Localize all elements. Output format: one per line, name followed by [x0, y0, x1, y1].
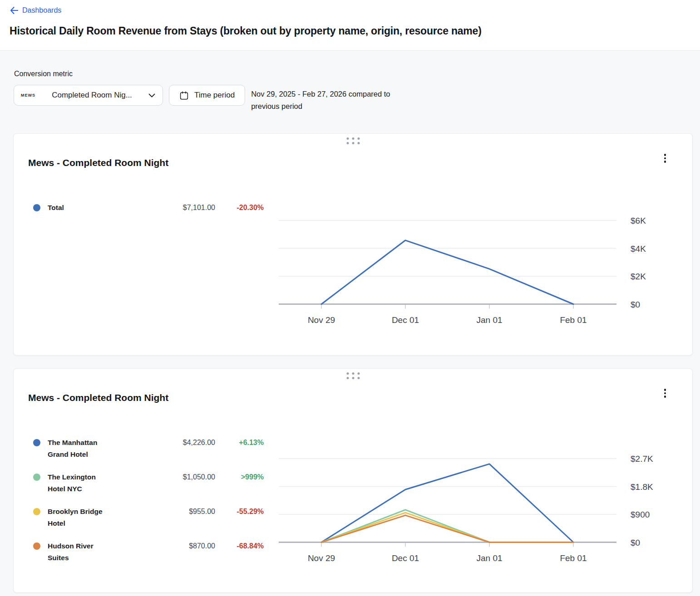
page-title: Historical Daily Room Revenue from Stays…: [10, 24, 685, 38]
series-change-badge: -55.29%: [222, 506, 264, 518]
svg-text:$2.7K: $2.7K: [631, 454, 653, 464]
svg-text:Nov 29: Nov 29: [308, 553, 335, 563]
series-dot: [33, 474, 40, 481]
series-value: $870.00: [118, 540, 215, 552]
legend-row-total: Total $7,101.00 -20.30%: [33, 202, 268, 214]
svg-text:$4K: $4K: [631, 244, 646, 254]
time-period-button[interactable]: Time period: [169, 85, 245, 106]
svg-text:Jan 01: Jan 01: [476, 315, 502, 325]
series-label: The Lexington Hotel NYC: [48, 471, 111, 495]
series-value: $4,226.00: [118, 437, 215, 449]
card-menu-button[interactable]: [658, 150, 672, 166]
series-change-badge: -20.30%: [222, 202, 264, 214]
series-label: Brooklyn Bridge Hotel: [48, 506, 111, 529]
widget-card-total: Mews - Completed Room Night Total $7,101…: [13, 133, 693, 356]
back-link-label: Dashboards: [22, 6, 61, 15]
series-change-badge: -68.84%: [222, 540, 264, 552]
widget-card-by-property: Mews - Completed Room Night The Manhatta…: [13, 368, 693, 593]
series-label: Hudson River Suites: [48, 540, 111, 564]
drag-handle-icon[interactable]: [345, 136, 361, 148]
series-label: The Manhattan Grand Hotel: [48, 437, 111, 460]
svg-text:Nov 29: Nov 29: [308, 315, 335, 325]
legend-row-hudson-river: Hudson River Suites $870.00 -68.84%: [33, 540, 268, 564]
legend-row-lexington: The Lexington Hotel NYC $1,050.00 >999%: [33, 471, 268, 495]
chart-legend: The Manhattan Grand Hotel $4,226.00 +6.1…: [14, 437, 268, 575]
series-value: $7,101.00: [118, 202, 215, 214]
svg-text:$900: $900: [631, 510, 650, 519]
series-change-badge: >999%: [222, 471, 264, 483]
mews-logo: MEWS: [21, 93, 35, 98]
chevron-down-icon: [148, 93, 155, 98]
svg-text:Feb 01: Feb 01: [560, 315, 587, 325]
series-value: $955.00: [118, 506, 215, 518]
card-title: Mews - Completed Room Night: [28, 392, 168, 403]
date-range-line2: previous period: [251, 100, 390, 112]
back-to-dashboards-link[interactable]: Dashboards: [10, 6, 61, 15]
legend-row-brooklyn-bridge: Brooklyn Bridge Hotel $955.00 -55.29%: [33, 506, 268, 529]
series-dot: [33, 204, 40, 211]
svg-text:$0: $0: [631, 538, 640, 547]
svg-text:$1.8K: $1.8K: [631, 482, 653, 492]
legend-row-manhattan-grand: The Manhattan Grand Hotel $4,226.00 +6.1…: [33, 437, 268, 460]
page-header: Dashboards Historical Daily Room Revenue…: [0, 0, 700, 51]
svg-text:$0: $0: [631, 300, 640, 309]
controls-row: MEWS Completed Room Nig... Time period N…: [14, 85, 700, 112]
line-chart-by-property: $2.7K$1.8K$900$0Nov 29Dec 01Jan 01Feb 01: [279, 442, 678, 578]
series-dot: [33, 439, 40, 446]
series-dot: [33, 542, 40, 550]
series-dot: [33, 508, 40, 515]
conversion-metric-value: Completed Room Nig...: [40, 91, 143, 100]
conversion-metric-select[interactable]: MEWS Completed Room Nig...: [14, 85, 163, 106]
series-change-badge: +6.13%: [222, 437, 264, 449]
series-value: $1,050.00: [118, 471, 215, 483]
calendar-icon: [179, 91, 189, 100]
line-chart-total: $6K$4K$2K$0Nov 29Dec 01Jan 01Feb 01: [279, 204, 678, 340]
svg-text:Dec 01: Dec 01: [392, 315, 419, 325]
svg-text:$6K: $6K: [631, 216, 646, 225]
svg-text:$2K: $2K: [631, 272, 646, 281]
svg-text:Feb 01: Feb 01: [560, 553, 587, 563]
card-title: Mews - Completed Room Night: [28, 157, 168, 168]
conversion-metric-label: Conversion metric: [14, 70, 700, 78]
card-menu-button[interactable]: [658, 385, 672, 401]
time-period-label: Time period: [194, 91, 235, 100]
drag-handle-icon[interactable]: [345, 371, 361, 383]
svg-text:Jan 01: Jan 01: [476, 553, 502, 563]
date-range-text: Nov 29, 2025 - Feb 27, 2026 compared to …: [251, 85, 390, 112]
date-range-line1: Nov 29, 2025 - Feb 27, 2026 compared to: [251, 88, 390, 100]
svg-text:Dec 01: Dec 01: [392, 553, 419, 563]
back-arrow-icon: [10, 7, 18, 14]
series-label: Total: [48, 202, 111, 214]
chart-legend: Total $7,101.00 -20.30%: [14, 202, 268, 225]
